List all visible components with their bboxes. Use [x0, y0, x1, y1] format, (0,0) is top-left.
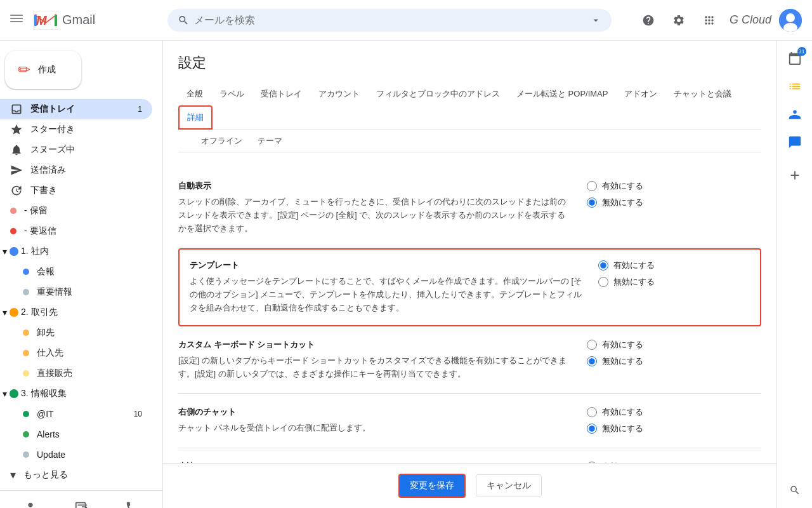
search-input[interactable]	[194, 15, 584, 26]
right-chat-section: 右側のチャット チャット パネルを受信トレイの右側に配置します。 有効にする 無…	[178, 394, 761, 448]
custom-keyboard-disable-radio[interactable]	[587, 356, 597, 366]
settings-tabs: 全般 ラベル 受信トレイ アカウント フィルタとブロック中のアドレス メール転送…	[178, 83, 761, 130]
drafts-icon	[10, 184, 23, 197]
sidebar-item-drafts[interactable]: 下書き	[0, 180, 152, 201]
template-disable-radio[interactable]	[598, 277, 608, 287]
auto-display-enable-radio[interactable]	[587, 181, 597, 191]
gmail-logo: M Gmail	[33, 11, 95, 30]
kaigi-dot	[23, 269, 29, 275]
auto-display-title: 自動表示	[178, 180, 572, 192]
compose-button[interactable]: ✏ 作成	[5, 51, 81, 89]
star-icon	[10, 123, 23, 136]
template-disable-label: 無効にする	[613, 276, 655, 288]
right-chat-enable-radio[interactable]	[587, 407, 597, 417]
auto-display-disable-radio[interactable]	[587, 197, 597, 208]
group3-dot	[10, 389, 18, 398]
tab-general[interactable]: 全般	[178, 83, 211, 105]
chat-icon[interactable]	[782, 130, 808, 155]
update-label: Update	[37, 450, 65, 460]
auto-display-label: 自動表示 スレッドの削除、アーカイブ、ミュートを行ったときに、受信トレイの代わり…	[178, 180, 572, 235]
custom-keyboard-options: 有効にする 無効にする	[587, 339, 643, 381]
sidebar-item-ursaki[interactable]: 卸先	[0, 323, 152, 343]
tab-forwarding[interactable]: メール転送と POP/IMAP	[508, 83, 616, 105]
tab-filters[interactable]: フィルタとブロック中のアドレス	[368, 83, 508, 105]
template-enable-radio[interactable]	[598, 260, 608, 271]
sent-icon	[10, 164, 23, 177]
tab-inbox[interactable]: 受信トレイ	[252, 83, 310, 105]
right-chat-disable-option[interactable]: 無効にする	[587, 423, 643, 434]
sidebar-item-inbox[interactable]: 受信トレイ 1	[0, 99, 152, 119]
save-bar: 変更を保存 キャンセル	[163, 463, 776, 508]
footer-task-icon[interactable]	[70, 496, 93, 508]
ursaki-label: 卸先	[37, 327, 55, 338]
template-enable-label: 有効にする	[613, 260, 655, 271]
help-icon[interactable]	[636, 8, 661, 33]
right-chat-disable-radio[interactable]	[587, 424, 597, 434]
settings-icon[interactable]	[666, 8, 691, 33]
tab-offline[interactable]: オフライン	[193, 130, 250, 152]
tab-account[interactable]: アカウント	[310, 83, 368, 105]
auto-display-enable-option[interactable]: 有効にする	[587, 180, 643, 192]
footer-phone-icon[interactable]	[121, 496, 143, 508]
apps-icon[interactable]	[697, 8, 722, 33]
juyo-dot	[23, 289, 29, 295]
compose-label: 作成	[38, 64, 56, 76]
atit-dot	[23, 411, 29, 417]
tab-labels[interactable]: ラベル	[211, 83, 252, 105]
contacts-icon[interactable]	[782, 102, 808, 127]
footer-person-icon[interactable]	[19, 496, 42, 508]
sidebar-item-atit[interactable]: @IT 10	[0, 404, 152, 424]
sidebar-item-shiresaki[interactable]: 仕入先	[0, 343, 152, 363]
sidebar-item-update[interactable]: Update	[0, 444, 152, 465]
sidebar-item-juyo[interactable]: 重要情報	[0, 282, 152, 302]
more-label: もっと見る	[23, 469, 68, 481]
custom-keyboard-enable-option[interactable]: 有効にする	[587, 339, 643, 351]
tab-chat[interactable]: チャットと会議	[665, 83, 740, 105]
more-button[interactable]: ▾ もっと見る	[0, 465, 152, 485]
inbox-badge: 1	[138, 105, 142, 114]
template-enable-option[interactable]: 有効にする	[598, 260, 655, 271]
sidebar-item-hold[interactable]: - 保留	[0, 201, 152, 221]
group2-header[interactable]: ▾ 2. 取引先	[0, 302, 152, 323]
template-desc: よく使うメッセージをテンプレートにすることで、すばやくメールを作成できます。作成…	[190, 275, 583, 314]
chokusetsu-dot	[23, 370, 29, 377]
chevron-down-icon: ▾	[10, 468, 16, 482]
template-disable-option[interactable]: 無効にする	[598, 276, 655, 288]
right-panel: 31	[776, 41, 812, 508]
search-dropdown-icon[interactable]	[590, 14, 601, 27]
sidebar-item-reply[interactable]: - 要返信	[0, 221, 152, 241]
sidebar-item-sent[interactable]: 送信済み	[0, 160, 152, 180]
search-bar[interactable]	[167, 9, 612, 32]
reply-label: - 要返信	[24, 225, 142, 237]
expand-icon[interactable]	[782, 478, 808, 503]
sidebar-item-kaigi[interactable]: 会報	[0, 262, 152, 282]
auto-display-disable-option[interactable]: 無効にする	[587, 197, 643, 208]
sidebar-item-alerts[interactable]: Alerts	[0, 424, 152, 444]
hold-label: - 保留	[24, 205, 142, 217]
main-layout: ✏ 作成 受信トレイ 1 スター付き スヌーズ中 送信済	[0, 41, 812, 508]
group3-header[interactable]: ▾ 3. 情報収集	[0, 384, 152, 404]
save-button[interactable]: 変更を保存	[398, 474, 466, 498]
sidebar-item-snoozed[interactable]: スヌーズ中	[0, 140, 152, 160]
snooze-icon	[10, 144, 23, 156]
avatar[interactable]	[779, 9, 802, 32]
custom-keyboard-enable-label: 有効にする	[602, 339, 643, 351]
tab-addons[interactable]: アドオン	[616, 83, 665, 105]
tasks-icon[interactable]	[782, 74, 808, 99]
svg-text:M: M	[36, 13, 48, 27]
custom-keyboard-enable-radio[interactable]	[587, 340, 597, 350]
group1-header[interactable]: ▾ 1. 社内	[0, 241, 152, 262]
svg-rect-2	[10, 21, 23, 22]
custom-keyboard-disable-option[interactable]: 無効にする	[587, 356, 643, 367]
calendar-icon[interactable]: 31	[782, 46, 808, 71]
auto-display-section: 自動表示 スレッドの削除、アーカイブ、ミュートを行ったときに、受信トレイの代わり…	[178, 168, 761, 248]
sidebar-item-starred[interactable]: スター付き	[0, 119, 152, 140]
right-chat-enable-option[interactable]: 有効にする	[587, 406, 643, 418]
tab-advanced[interactable]: 詳細	[178, 105, 213, 130]
cancel-button[interactable]: キャンセル	[476, 474, 542, 497]
sidebar-item-chokusetsu[interactable]: 直接販売	[0, 363, 152, 384]
tab-theme[interactable]: テーマ	[250, 130, 290, 152]
menu-icon[interactable]	[10, 12, 23, 28]
add-panel-icon[interactable]	[782, 163, 808, 188]
group1-label: 1. 社内	[21, 246, 49, 257]
